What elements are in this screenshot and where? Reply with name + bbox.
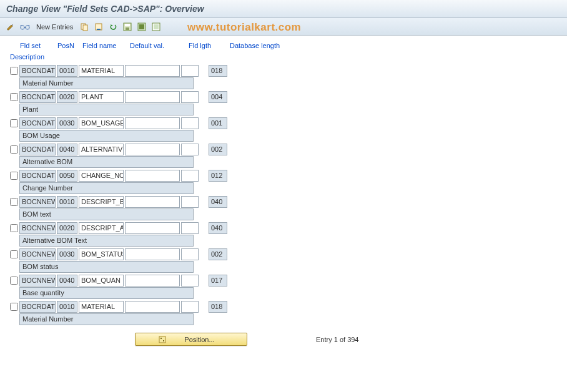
defaultval-input[interactable] — [125, 196, 180, 208]
dblength-cell: 012 — [209, 170, 227, 182]
position-button[interactable]: Position... — [135, 333, 247, 346]
fieldname-input[interactable]: BOM_STATUS — [79, 248, 124, 260]
row-select-checkbox[interactable] — [10, 250, 18, 258]
description-cell: Base quantity — [19, 287, 194, 299]
svg-rect-15 — [163, 340, 164, 341]
row-select-checkbox[interactable] — [10, 145, 18, 154]
column-headers: Fld set PosN Field name Default val. Fld… — [10, 41, 557, 52]
dblength-cell: 004 — [209, 91, 227, 103]
description-cell: Alternative BOM — [19, 156, 194, 168]
fldset-cell: BOCNDAT — [19, 170, 56, 182]
posn-cell: 0040 — [57, 144, 77, 155]
svg-rect-5 — [97, 29, 101, 30]
fldlgth-input[interactable] — [181, 248, 199, 260]
deselect-all-icon[interactable] — [150, 21, 162, 32]
defaultval-input[interactable] — [125, 222, 180, 234]
table-row: BOCNDAT0020PLANT004Plant — [10, 91, 557, 116]
fldlgth-input[interactable] — [181, 65, 199, 77]
table-row: BOCNNEW0030BOM_STATUS002BOM status — [10, 248, 557, 273]
page-title: Change View "Field Sets CAD->SAP": Overv… — [0, 0, 567, 18]
fieldname-input[interactable]: MATERIAL — [79, 65, 124, 77]
description-cell: BOM text — [19, 208, 194, 220]
table-row: BOCNDAT0010MATERIAL018Material Number — [10, 64, 557, 90]
defaultval-input[interactable] — [125, 117, 180, 129]
dblength-cell: 040 — [209, 222, 227, 234]
content-area: Fld set PosN Field name Default val. Fld… — [0, 36, 567, 346]
fldlgth-input[interactable] — [181, 301, 199, 313]
table-row: BOCNDAT0040ALTERNATIV002Alternative BOM — [10, 143, 557, 169]
dblength-cell: 017 — [209, 275, 227, 287]
fldset-cell: BOCRDAT — [19, 301, 56, 313]
description-cell: BOM status — [19, 261, 194, 273]
fldlgth-input[interactable] — [181, 170, 199, 182]
fieldname-input[interactable]: PLANT — [79, 91, 124, 103]
fieldname-input[interactable]: ALTERNATIV — [79, 144, 124, 155]
description-cell: Material Number — [19, 77, 194, 89]
defaultval-input[interactable] — [125, 65, 180, 77]
fieldname-input[interactable]: BOM_QUAN — [79, 275, 124, 287]
dblength-cell: 018 — [209, 301, 227, 313]
copy-icon[interactable] — [79, 21, 90, 32]
dblength-cell: 001 — [209, 117, 227, 129]
fldlgth-input[interactable] — [181, 144, 199, 155]
row-select-checkbox[interactable] — [10, 198, 18, 206]
fldset-cell: BOCNDAT — [19, 65, 56, 77]
description-cell: Plant — [19, 104, 194, 115]
fieldname-input[interactable]: DESCRIPT_A — [79, 222, 124, 234]
description-cell: Change Number — [19, 182, 194, 194]
fldset-cell: BOCNNEW — [19, 196, 56, 208]
glasses-icon[interactable] — [19, 21, 31, 32]
col-header-description: Description — [10, 53, 44, 61]
fldset-cell: BOCNNEW — [19, 222, 56, 234]
posn-cell: 0050 — [57, 170, 77, 182]
position-icon — [158, 335, 167, 344]
fldlgth-input[interactable] — [181, 196, 199, 208]
posn-cell: 0020 — [57, 222, 77, 234]
description-cell: BOM Usage — [19, 130, 194, 142]
fldset-cell: BOCNDAT — [19, 144, 56, 155]
fldset-cell: BOCNDAT — [19, 91, 56, 103]
posn-cell: 0020 — [57, 91, 77, 103]
save-icon[interactable] — [122, 21, 133, 32]
fieldname-input[interactable]: CHANGE_NO — [79, 170, 124, 182]
svg-point-1 — [26, 26, 29, 29]
posn-cell: 0030 — [57, 117, 77, 129]
fieldname-input[interactable]: DESCRIPT_B — [79, 196, 124, 208]
defaultval-input[interactable] — [125, 301, 180, 313]
posn-cell: 0040 — [57, 275, 77, 287]
table-row: BOCNDAT0030BOM_USAGE001BOM Usage — [10, 117, 557, 142]
svg-rect-12 — [154, 24, 159, 29]
fldlgth-input[interactable] — [181, 275, 199, 287]
undo-icon[interactable] — [107, 21, 119, 32]
col-header-dblength: Database length — [230, 42, 305, 49]
svg-rect-13 — [159, 336, 165, 343]
delete-entry-icon[interactable] — [93, 21, 104, 32]
row-select-checkbox[interactable] — [10, 67, 18, 75]
fldset-cell: BOCNNEW — [19, 275, 56, 287]
fieldname-input[interactable]: MATERIAL — [79, 301, 124, 313]
fldlgth-input[interactable] — [181, 222, 199, 234]
row-select-checkbox[interactable] — [10, 303, 18, 311]
row-select-checkbox[interactable] — [10, 224, 18, 232]
dblength-cell: 018 — [209, 65, 227, 77]
select-all-icon[interactable] — [136, 21, 147, 32]
defaultval-input[interactable] — [125, 144, 180, 155]
defaultval-input[interactable] — [125, 248, 180, 260]
svg-rect-14 — [160, 338, 162, 339]
fldlgth-input[interactable] — [181, 91, 199, 103]
row-select-checkbox[interactable] — [10, 119, 18, 127]
fldlgth-input[interactable] — [181, 117, 199, 129]
col-header-fieldname: Field name — [82, 42, 130, 49]
svg-rect-7 — [125, 24, 130, 26]
toolbar: New Entries — [0, 18, 567, 36]
fieldname-input[interactable]: BOM_USAGE — [79, 117, 124, 129]
defaultval-input[interactable] — [125, 275, 180, 287]
table-row: BOCRDAT0010MATERIAL018Material Number — [10, 300, 557, 326]
defaultval-input[interactable] — [125, 170, 180, 182]
new-entries-button[interactable]: New Entries — [34, 22, 76, 32]
row-select-checkbox[interactable] — [10, 93, 18, 101]
row-select-checkbox[interactable] — [10, 172, 18, 180]
change-icon[interactable] — [5, 21, 16, 32]
defaultval-input[interactable] — [125, 91, 180, 103]
row-select-checkbox[interactable] — [10, 277, 18, 285]
